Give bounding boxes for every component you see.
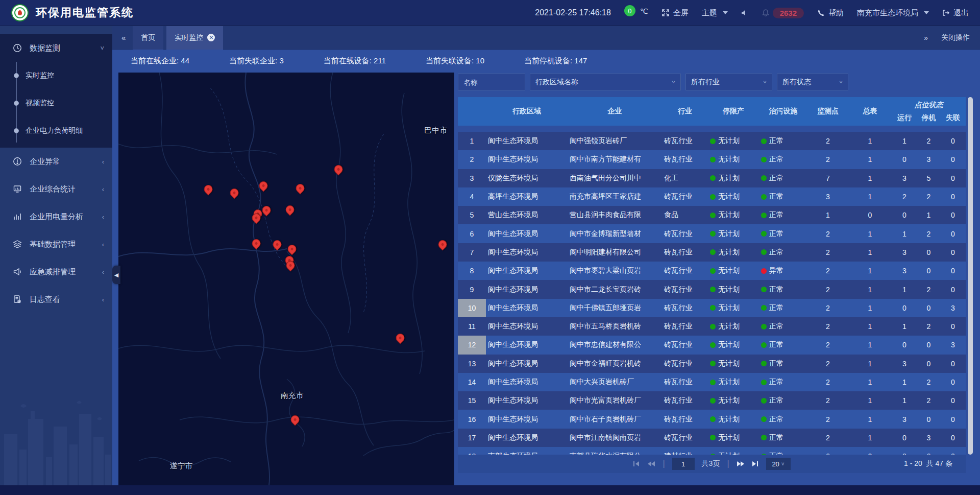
cell-run-count: 0 [892, 299, 917, 317]
first-page-icon[interactable] [633, 461, 640, 467]
cell-company: 阆中市二龙长宝页岩砖 [568, 280, 662, 298]
cell-company: 阆中强锐页岩砖厂 [568, 132, 662, 150]
table-row[interactable]: 9阆中生态环境局阆中市二龙长宝页岩砖砖瓦行业无计划正常21120 [458, 280, 966, 298]
cell-total-meters: 0 [848, 206, 892, 224]
table-row[interactable]: 1阆中生态环境局阆中强锐页岩砖厂砖瓦行业无计划正常21120 [458, 132, 966, 150]
bullet-icon [14, 73, 19, 78]
sidebar-item-power-load-detail[interactable]: 企业电力负荷明细 [0, 117, 112, 145]
table-row[interactable]: 6阆中生态环境局阆中市金博瑞新型墙材砖瓦行业无计划正常21120 [458, 224, 966, 243]
speaker-icon[interactable] [741, 9, 749, 16]
region-select[interactable]: 行政区域名称 ˅ [530, 74, 681, 90]
sidebar-item-power-analysis[interactable]: 企业用电量分析 ‹ [0, 203, 112, 230]
status-dot-icon [761, 305, 767, 311]
table-row[interactable]: 3仪陇生态环境局西南油气田分公司川中化工无计划正常71350 [458, 169, 966, 187]
cell-company: 阆中市忠信建材有限公 [568, 336, 662, 354]
table-header: 行政区域 企业 行业 停限产 治污设施 监测点 总表 点位状态 运行 停机 失联 [458, 97, 966, 126]
org-dropdown[interactable]: 南充市生态环境局 [857, 8, 929, 18]
cell-run-count: 1 [892, 280, 917, 298]
table-row[interactable]: 11阆中生态环境局阆中市五马桥页岩机砖砖瓦行业无计划正常21120 [458, 317, 966, 336]
table-row[interactable]: 2阆中生态环境局阆中市南方节能建材有砖瓦行业无计划正常21030 [458, 150, 966, 169]
cell-region: 高坪生态环境局 [486, 187, 568, 206]
cell-industry: 砖瓦行业 [662, 410, 708, 428]
table-row[interactable]: 4高坪生态环境局南充市高坪区王家店建砖瓦行业无计划正常31220 [458, 187, 966, 206]
sidebar-item-log-view[interactable]: 日志查看 ‹ [0, 286, 112, 313]
last-page-icon[interactable] [752, 461, 759, 467]
table-row[interactable]: 14阆中生态环境局阆中大兴页岩机砖厂砖瓦行业无计划正常21120 [458, 373, 966, 391]
sidebar-item-realtime-monitor[interactable]: 实时监控 [0, 62, 112, 89]
cell-company: 阆中市光富页岩机砖厂 [568, 391, 662, 410]
table-row[interactable]: 7阆中生态环境局阆中明阳建材有限公司砖瓦行业无计划正常21300 [458, 243, 966, 262]
log-file-icon [12, 294, 22, 304]
cell-lost-count: 0 [940, 224, 966, 243]
sidebar-item-enterprise-abnormal[interactable]: 企业异常 ‹ [0, 148, 112, 175]
cell-company: 营山县润丰肉食品有限 [568, 206, 662, 224]
map-panel[interactable]: 巴中市南充市遂宁市 [118, 73, 454, 485]
map-roads-decoration [118, 73, 454, 485]
table-row[interactable]: 10阆中生态环境局阆中千佛镇五郎垭页岩砖瓦行业无计划正常21003 [458, 299, 966, 317]
fullscreen-button[interactable]: 全屏 [662, 8, 689, 18]
table-row[interactable]: 8阆中生态环境局阆中市枣碧大梁山页岩砖瓦行业无计划异常21300 [458, 262, 966, 280]
status-dot-icon [761, 416, 767, 422]
sidebar-item-emergency-reduction[interactable]: 应急减排管理 ‹ [0, 258, 112, 286]
prev-page-icon[interactable] [647, 461, 655, 467]
cell-industry: 化工 [662, 169, 708, 187]
temperature-unit: ℃ [640, 7, 648, 15]
cell-lost-count: 0 [940, 206, 966, 224]
status-dot-icon [710, 213, 716, 218]
cell-company: 阆中市南方节能建材有 [568, 150, 662, 169]
sidebar-item-enterprise-stats[interactable]: 企业综合统计 ‹ [0, 175, 112, 203]
status-dot-icon [710, 324, 716, 329]
tabs-scroll-left-icon[interactable]: « [121, 33, 126, 42]
tab-realtime-monitor[interactable]: 实时监控 ✕ [166, 26, 223, 50]
cell-region: 仪陇生态环境局 [486, 169, 568, 187]
cell-plan-status: 无计划 [708, 150, 759, 169]
name-search-field[interactable] [458, 74, 525, 90]
sidebar-item-video-monitor[interactable]: 视频监控 [0, 89, 112, 117]
table-scrollbar[interactable] [968, 97, 973, 455]
table-row[interactable]: 5营山生态环境局营山县润丰肉食品有限食品无计划正常10010 [458, 206, 966, 224]
app-logo-icon [11, 4, 29, 21]
table-row[interactable]: 15阆中生态环境局阆中市光富页岩机砖厂砖瓦行业无计划正常21120 [458, 391, 966, 410]
map-collapse-handle[interactable]: ◀ [112, 266, 120, 284]
close-operations-button[interactable]: 关闭操作 [941, 33, 970, 42]
page-size-select[interactable]: 20˅ [766, 458, 791, 470]
table-row[interactable]: 13阆中生态环境局阆中市金福旺页岩机砖砖瓦行业无计划正常21300 [458, 355, 966, 373]
sidebar: 数据监测 ˅ 实时监控 视频监控 企业电力负荷明细 企业异常 ‹ [0, 26, 112, 485]
cell-plan-status: 无计划 [708, 262, 759, 280]
help-button[interactable]: 帮助 [817, 8, 844, 18]
cell-monitor-points: 2 [807, 355, 848, 373]
cell-industry: 砖瓦行业 [662, 299, 708, 317]
cell-run-count: 1 [892, 373, 917, 391]
help-label: 帮助 [828, 8, 844, 18]
table-row[interactable]: 17阆中生态环境局阆中市江南镇阆南页岩砖瓦行业无计划正常21030 [458, 429, 966, 447]
cell-company: 阆中千佛镇五郎垭页岩 [568, 299, 662, 317]
cell-region: 阆中生态环境局 [486, 317, 568, 336]
theme-dropdown[interactable]: 主题 [702, 8, 728, 18]
page-number-input[interactable]: 1 [672, 458, 695, 470]
sidebar-item-data-monitor[interactable]: 数据监测 ˅ [0, 34, 112, 62]
industry-select[interactable]: 所有行业 ˅ [685, 74, 772, 90]
status-dot-icon [761, 398, 767, 404]
table-row[interactable]: 18南部生态环境局南部县瑞华水泥有限公建材行业无计划正常62060 [458, 447, 966, 455]
cell-row-number: 12 [458, 336, 486, 354]
cell-industry: 砖瓦行业 [662, 429, 708, 447]
tab-close-icon[interactable]: ✕ [207, 34, 215, 41]
cell-total-meters: 1 [848, 187, 892, 206]
cell-total-meters: 1 [848, 429, 892, 447]
next-page-icon[interactable] [737, 461, 745, 467]
table-row[interactable]: 12阆中生态环境局阆中市忠信建材有限公砖瓦行业无计划正常21003 [458, 336, 966, 354]
cell-run-count: 3 [892, 169, 917, 187]
logout-button[interactable]: 退出 [942, 8, 969, 18]
table-row[interactable]: 16阆中生态环境局阆中市石子页岩机砖厂砖瓦行业无计划正常21300 [458, 410, 966, 428]
cell-plan-status: 无计划 [708, 447, 759, 455]
sidebar-item-base-data[interactable]: 基础数据管理 ‹ [0, 230, 112, 258]
name-search-input[interactable] [463, 78, 520, 86]
sidebar-item-label: 企业异常 [30, 157, 60, 167]
status-select[interactable]: 所有状态 ˅ [777, 74, 848, 90]
status-dot-icon [710, 175, 716, 181]
total-pages-label: 共3页 [702, 459, 720, 468]
tab-home[interactable]: 首页 [133, 26, 163, 50]
tabs-scroll-right-icon[interactable]: » [924, 34, 928, 42]
chevron-down-icon [924, 11, 929, 14]
notification-area[interactable]: 2632 [762, 8, 804, 18]
